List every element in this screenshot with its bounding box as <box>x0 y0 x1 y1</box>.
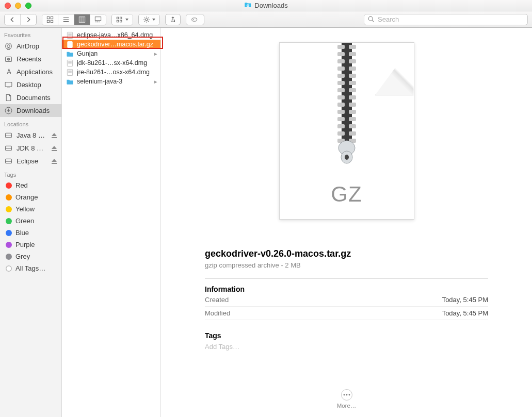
sidebar-item-applications[interactable]: Applications <box>0 65 61 78</box>
sidebar-item-eclipse[interactable]: Eclipse <box>0 155 61 168</box>
eject-icon[interactable] <box>51 132 57 139</box>
sidebar-tag-purple[interactable]: Purple <box>0 239 61 251</box>
svg-rect-13 <box>120 20 122 22</box>
sidebar-tag-red[interactable]: Red <box>0 179 61 191</box>
sidebar-item-desktop[interactable]: Desktop <box>0 78 61 91</box>
svg-point-17 <box>368 16 373 21</box>
svg-point-69 <box>348 394 350 396</box>
svg-rect-46 <box>337 81 345 85</box>
svg-rect-56 <box>337 117 345 121</box>
sidebar-item-label: Red <box>15 181 57 189</box>
sidebar-item-downloads[interactable]: Downloads <box>0 104 61 117</box>
info-created-label: Created <box>205 296 229 304</box>
svg-rect-4 <box>51 20 53 22</box>
svg-rect-44 <box>337 74 345 78</box>
file-name-label: geckodriver…macos.tar.gz <box>77 41 156 48</box>
window-zoom-button[interactable] <box>25 3 31 9</box>
view-list-button[interactable] <box>58 14 74 25</box>
zipper-icon <box>335 43 358 164</box>
svg-rect-5 <box>79 16 85 22</box>
share-button[interactable] <box>165 14 181 25</box>
svg-point-14 <box>146 19 148 21</box>
share-icon <box>169 16 176 23</box>
information-heading: Information <box>205 285 488 293</box>
eject-icon[interactable] <box>51 145 57 152</box>
tag-all-icon <box>6 265 12 272</box>
disk-icon <box>4 157 13 165</box>
file-name-label: jre-8u261-…osx-x64.dmg <box>77 69 156 76</box>
file-row-jdk[interactable]: jdk-8u261-…sx-x64.dmg <box>62 58 160 68</box>
tag-orange-icon <box>6 194 12 201</box>
svg-rect-38 <box>337 52 345 56</box>
chevron-right-icon: ▸ <box>154 78 157 85</box>
svg-rect-30 <box>70 41 71 45</box>
sidebar-item-label: Green <box>15 217 57 225</box>
svg-point-18 <box>6 43 12 49</box>
svg-rect-49 <box>349 88 356 92</box>
sidebar-tag-yellow[interactable]: Yellow <box>0 203 61 215</box>
svg-rect-15 <box>192 18 197 21</box>
view-columns-button[interactable] <box>74 14 90 25</box>
info-created-row: Created Today, 5:45 PM <box>205 293 488 307</box>
eject-icon[interactable] <box>51 158 57 164</box>
group-by-button[interactable] <box>112 14 133 25</box>
sidebar-item-documents[interactable]: Documents <box>0 91 61 104</box>
file-row-geckodriver[interactable]: geckodriver…macos.tar.gz <box>62 40 160 49</box>
svg-rect-53 <box>349 103 356 107</box>
gallery-icon <box>94 16 102 23</box>
file-row-eclipse[interactable]: eclipse-java…x86_64.dmg <box>62 30 160 40</box>
svg-rect-59 <box>349 124 356 128</box>
svg-rect-51 <box>349 95 356 99</box>
sidebar-tag-blue[interactable]: Blue <box>0 227 61 239</box>
sidebar-item-jdk8[interactable]: JDK 8 U… <box>0 142 61 155</box>
sidebar-item-label: Grey <box>15 253 57 260</box>
sidebar-item-airdrop[interactable]: AirDrop <box>0 40 61 53</box>
svg-rect-24 <box>6 133 12 138</box>
svg-point-67 <box>343 394 345 396</box>
window-close-button[interactable] <box>5 3 11 9</box>
more-actions-button[interactable] <box>341 389 352 401</box>
svg-rect-12 <box>120 17 122 19</box>
sidebar-tag-all[interactable]: All Tags… <box>0 262 61 274</box>
file-thumbnail: GZ <box>279 42 414 220</box>
edit-tags-button[interactable] <box>186 14 204 25</box>
sidebar-item-java8[interactable]: Java 8 U… <box>0 129 61 142</box>
archive-file-icon <box>66 41 74 48</box>
nav-forward-button[interactable] <box>21 14 36 25</box>
search-icon <box>367 15 375 24</box>
svg-rect-58 <box>337 124 345 128</box>
sidebar-tag-orange[interactable]: Orange <box>0 191 61 203</box>
action-menu-button[interactable] <box>139 14 159 25</box>
page-fold-icon <box>375 43 414 95</box>
sidebar-item-recents[interactable]: Recents <box>0 53 61 65</box>
sidebar-item-label: Purple <box>15 241 57 248</box>
window-minimize-button[interactable] <box>15 3 21 9</box>
svg-rect-57 <box>349 117 356 121</box>
nav-back-button[interactable] <box>5 14 21 25</box>
desktop-icon <box>4 80 13 89</box>
search-field[interactable] <box>364 14 528 25</box>
file-row-gunjan[interactable]: Gunjan ▸ <box>62 49 160 58</box>
view-icon-button[interactable] <box>42 14 58 25</box>
file-row-jre[interactable]: jre-8u261-…osx-x64.dmg <box>62 68 160 77</box>
svg-rect-41 <box>349 59 356 63</box>
svg-rect-28 <box>68 33 72 36</box>
more-label: More… <box>337 403 357 409</box>
sidebar-item-label: Downloads <box>17 107 57 114</box>
add-tags-field[interactable]: Add Tags… <box>205 343 488 351</box>
disk-icon <box>4 131 13 140</box>
info-modified-label: Modified <box>205 309 230 317</box>
sidebar-tag-green[interactable]: Green <box>0 215 61 227</box>
svg-point-16 <box>193 19 194 20</box>
sidebar-item-label: Blue <box>15 229 57 237</box>
dmg-file-icon <box>66 69 74 76</box>
chevron-left-icon <box>9 16 16 23</box>
file-row-selenium[interactable]: selenium-java-3 ▸ <box>62 77 160 86</box>
svg-rect-60 <box>337 131 345 136</box>
chevron-right-icon <box>25 16 32 23</box>
svg-rect-7 <box>95 21 96 22</box>
view-gallery-button[interactable] <box>90 14 106 25</box>
sidebar-tag-grey[interactable]: Grey <box>0 251 61 262</box>
search-input[interactable] <box>364 14 528 25</box>
sidebar-item-label: Documents <box>17 94 57 102</box>
